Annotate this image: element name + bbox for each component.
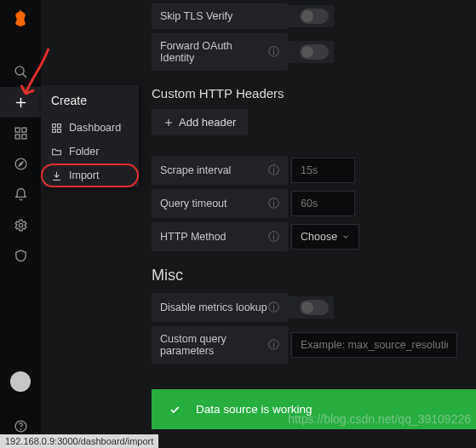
svg-rect-15 <box>53 129 56 132</box>
row-disable-metrics: Disable metrics lookupⓘ <box>152 293 476 322</box>
info-icon[interactable]: ⓘ <box>268 44 279 60</box>
main-content: Skip TLS Verify Forward OAuth Identityⓘ … <box>41 0 476 448</box>
svg-rect-16 <box>58 129 61 132</box>
plus-icon[interactable] <box>0 87 41 118</box>
input-scrape-interval[interactable] <box>291 158 355 183</box>
compass-icon[interactable] <box>0 148 41 179</box>
svg-rect-13 <box>53 123 56 127</box>
add-header-label: Add header <box>179 116 236 129</box>
alert-success: Data source is working <box>152 389 476 429</box>
flyout-item-label: Import <box>69 169 99 181</box>
gear-icon[interactable] <box>0 210 41 240</box>
svg-line-1 <box>22 73 26 77</box>
svg-point-10 <box>19 223 22 227</box>
svg-point-0 <box>15 66 24 75</box>
search-icon[interactable] <box>0 56 41 87</box>
svg-rect-14 <box>58 123 61 127</box>
row-custom-params: Custom query parametersⓘ <box>152 326 476 364</box>
label-forward-oauth: Forward OAuth Identityⓘ <box>152 33 288 71</box>
svg-rect-7 <box>21 134 26 138</box>
toggle-skip-tls[interactable] <box>300 9 329 24</box>
input-custom-params[interactable] <box>291 332 457 358</box>
create-flyout: Create Dashboard Folder Import <box>41 85 139 187</box>
shield-icon[interactable] <box>0 240 41 271</box>
select-value: Choose <box>301 231 337 243</box>
info-icon[interactable]: ⓘ <box>268 163 279 178</box>
flyout-item-label: Folder <box>69 146 99 158</box>
label-query-timeout: Query timeoutⓘ <box>152 189 288 218</box>
svg-rect-4 <box>15 128 20 132</box>
row-forward-oauth: Forward OAuth Identityⓘ <box>152 33 476 71</box>
alert-text: Data source is working <box>196 403 313 416</box>
bell-icon[interactable] <box>0 179 41 210</box>
dashboard-icon <box>51 123 62 134</box>
add-header-button[interactable]: Add header <box>152 109 248 135</box>
row-scrape-interval: Scrape intervalⓘ <box>152 156 476 185</box>
toggle-disable-metrics[interactable] <box>300 300 329 315</box>
toggle-forward-oauth[interactable] <box>300 44 329 60</box>
row-skip-tls: Skip TLS Verify <box>152 3 476 29</box>
svg-rect-6 <box>15 134 20 138</box>
flyout-item-folder[interactable]: Folder <box>41 140 139 164</box>
info-icon[interactable]: ⓘ <box>268 229 279 244</box>
label-custom-params: Custom query parametersⓘ <box>152 326 288 364</box>
flyout-title: Create <box>41 85 139 116</box>
folder-icon <box>51 146 62 158</box>
avatar[interactable] <box>10 371 31 392</box>
label-scrape-interval: Scrape intervalⓘ <box>152 156 288 185</box>
chevron-down-icon <box>341 233 350 241</box>
flyout-item-label: Dashboard <box>69 122 121 134</box>
status-bar: 192.168.0.9:3000/dashboard/import <box>0 434 158 448</box>
section-custom-headers: Custom HTTP Headers <box>152 86 476 101</box>
section-misc: Misc <box>152 267 476 284</box>
label-http-method: HTTP Methodⓘ <box>152 222 288 251</box>
flyout-item-import[interactable]: Import <box>41 164 139 187</box>
info-icon[interactable]: ⓘ <box>268 300 279 315</box>
select-http-method[interactable]: Choose <box>291 224 359 250</box>
row-http-method: HTTP Methodⓘ Choose <box>152 222 476 251</box>
label-skip-tls: Skip TLS Verify <box>152 3 288 29</box>
flyout-item-dashboard[interactable]: Dashboard <box>41 116 139 140</box>
svg-marker-9 <box>19 162 22 165</box>
import-icon <box>51 170 62 181</box>
svg-point-12 <box>20 428 21 429</box>
apps-icon[interactable] <box>0 118 41 148</box>
plus-icon <box>163 118 174 128</box>
svg-point-8 <box>15 158 26 169</box>
sidebar <box>0 0 41 448</box>
row-query-timeout: Query timeoutⓘ <box>152 189 476 218</box>
svg-rect-5 <box>21 128 26 132</box>
info-icon[interactable]: ⓘ <box>268 337 279 353</box>
input-query-timeout[interactable] <box>291 191 355 216</box>
check-icon <box>169 404 181 416</box>
label-disable-metrics: Disable metrics lookupⓘ <box>152 293 288 322</box>
info-icon[interactable]: ⓘ <box>268 196 279 211</box>
grafana-logo[interactable] <box>9 7 32 31</box>
